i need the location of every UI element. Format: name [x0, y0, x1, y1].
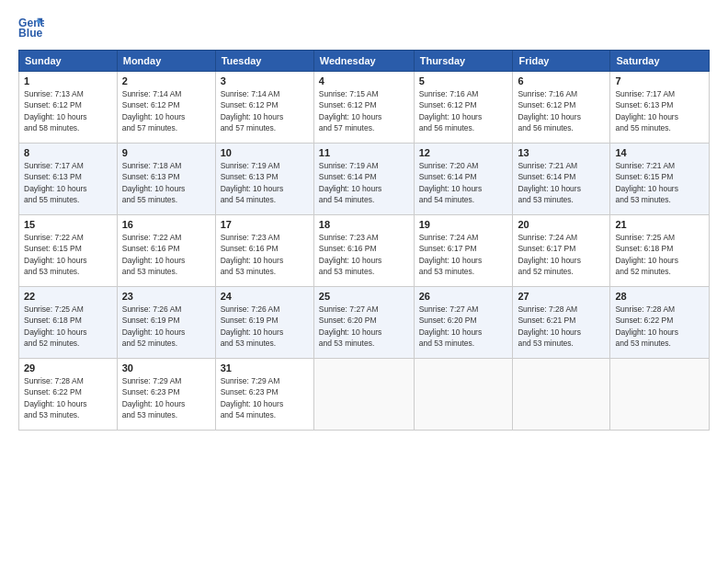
day-number: 19 [419, 219, 508, 230]
day-info: Sunrise: 7:28 AM Sunset: 6:22 PM Dayligh… [615, 304, 704, 349]
calendar-week-row: 15Sunrise: 7:22 AM Sunset: 6:15 PM Dayli… [19, 215, 710, 287]
calendar-week-row: 8Sunrise: 7:17 AM Sunset: 6:13 PM Daylig… [19, 144, 710, 215]
day-number: 9 [122, 147, 210, 158]
calendar-cell: 21Sunrise: 7:25 AM Sunset: 6:18 PM Dayli… [610, 215, 710, 287]
calendar-cell: 18Sunrise: 7:23 AM Sunset: 6:16 PM Dayli… [313, 215, 414, 287]
day-number: 24 [221, 291, 309, 302]
day-number: 22 [24, 291, 112, 302]
calendar-cell [313, 359, 414, 431]
day-number: 23 [122, 291, 210, 302]
day-number: 11 [319, 147, 409, 158]
col-header-tuesday: Tuesday [215, 51, 313, 72]
day-info: Sunrise: 7:13 AM Sunset: 6:12 PM Dayligh… [24, 88, 112, 133]
day-number: 10 [221, 147, 309, 158]
day-info: Sunrise: 7:19 AM Sunset: 6:13 PM Dayligh… [221, 160, 309, 205]
day-number: 2 [122, 75, 210, 86]
day-number: 1 [24, 75, 112, 86]
day-info: Sunrise: 7:26 AM Sunset: 6:19 PM Dayligh… [122, 304, 210, 349]
calendar-cell: 14Sunrise: 7:21 AM Sunset: 6:15 PM Dayli… [610, 144, 710, 215]
calendar-cell: 10Sunrise: 7:19 AM Sunset: 6:13 PM Dayli… [215, 144, 313, 215]
day-info: Sunrise: 7:17 AM Sunset: 6:13 PM Dayligh… [615, 88, 704, 133]
day-number: 8 [24, 147, 112, 158]
day-number: 14 [615, 147, 704, 158]
calendar-cell: 20Sunrise: 7:24 AM Sunset: 6:17 PM Dayli… [513, 215, 610, 287]
calendar-cell: 27Sunrise: 7:28 AM Sunset: 6:21 PM Dayli… [513, 287, 610, 359]
col-header-saturday: Saturday [610, 51, 710, 72]
day-info: Sunrise: 7:24 AM Sunset: 6:17 PM Dayligh… [518, 232, 605, 277]
day-number: 18 [319, 219, 409, 230]
day-info: Sunrise: 7:28 AM Sunset: 6:21 PM Dayligh… [518, 304, 605, 349]
calendar-cell: 13Sunrise: 7:21 AM Sunset: 6:14 PM Dayli… [513, 144, 610, 215]
svg-text:Blue: Blue [18, 27, 43, 40]
day-number: 15 [24, 219, 112, 230]
calendar-cell: 16Sunrise: 7:22 AM Sunset: 6:16 PM Dayli… [117, 215, 215, 287]
calendar-cell [414, 359, 513, 431]
day-info: Sunrise: 7:14 AM Sunset: 6:12 PM Dayligh… [122, 88, 210, 133]
day-info: Sunrise: 7:20 AM Sunset: 6:14 PM Dayligh… [419, 160, 508, 205]
day-number: 6 [518, 75, 605, 86]
day-info: Sunrise: 7:26 AM Sunset: 6:19 PM Dayligh… [221, 304, 309, 349]
logo: General Blue [18, 15, 50, 40]
calendar-week-row: 29Sunrise: 7:28 AM Sunset: 6:22 PM Dayli… [19, 359, 710, 431]
day-number: 20 [518, 219, 605, 230]
day-info: Sunrise: 7:25 AM Sunset: 6:18 PM Dayligh… [615, 232, 704, 277]
day-info: Sunrise: 7:16 AM Sunset: 6:12 PM Dayligh… [518, 88, 605, 133]
day-info: Sunrise: 7:16 AM Sunset: 6:12 PM Dayligh… [419, 88, 508, 133]
day-number: 5 [419, 75, 508, 86]
day-number: 12 [419, 147, 508, 158]
day-info: Sunrise: 7:18 AM Sunset: 6:13 PM Dayligh… [122, 160, 210, 205]
day-number: 27 [518, 291, 605, 302]
day-number: 25 [319, 291, 409, 302]
day-number: 21 [615, 219, 704, 230]
day-number: 26 [419, 291, 508, 302]
calendar-cell [513, 359, 610, 431]
day-info: Sunrise: 7:19 AM Sunset: 6:14 PM Dayligh… [319, 160, 409, 205]
calendar-cell: 9Sunrise: 7:18 AM Sunset: 6:13 PM Daylig… [117, 144, 215, 215]
logo-icon: General Blue [18, 15, 44, 40]
calendar-cell: 24Sunrise: 7:26 AM Sunset: 6:19 PM Dayli… [215, 287, 313, 359]
calendar-table: SundayMondayTuesdayWednesdayThursdayFrid… [18, 50, 710, 431]
day-number: 29 [24, 362, 112, 373]
day-info: Sunrise: 7:21 AM Sunset: 6:15 PM Dayligh… [615, 160, 704, 205]
day-info: Sunrise: 7:29 AM Sunset: 6:23 PM Dayligh… [221, 375, 309, 420]
calendar-cell: 5Sunrise: 7:16 AM Sunset: 6:12 PM Daylig… [414, 72, 513, 144]
day-info: Sunrise: 7:24 AM Sunset: 6:17 PM Dayligh… [419, 232, 508, 277]
day-info: Sunrise: 7:23 AM Sunset: 6:16 PM Dayligh… [319, 232, 409, 277]
calendar-cell: 8Sunrise: 7:17 AM Sunset: 6:13 PM Daylig… [19, 144, 118, 215]
calendar-cell: 15Sunrise: 7:22 AM Sunset: 6:15 PM Dayli… [19, 215, 118, 287]
day-info: Sunrise: 7:15 AM Sunset: 6:12 PM Dayligh… [319, 88, 409, 133]
calendar-cell: 12Sunrise: 7:20 AM Sunset: 6:14 PM Dayli… [414, 144, 513, 215]
page: General Blue SundayMondayTuesdayWednesda… [0, 0, 728, 563]
day-number: 28 [615, 291, 704, 302]
day-info: Sunrise: 7:22 AM Sunset: 6:15 PM Dayligh… [24, 232, 112, 277]
calendar-cell: 1Sunrise: 7:13 AM Sunset: 6:12 PM Daylig… [19, 72, 118, 144]
calendar-cell: 22Sunrise: 7:25 AM Sunset: 6:18 PM Dayli… [19, 287, 118, 359]
calendar-cell: 17Sunrise: 7:23 AM Sunset: 6:16 PM Dayli… [215, 215, 313, 287]
calendar-cell: 26Sunrise: 7:27 AM Sunset: 6:20 PM Dayli… [414, 287, 513, 359]
calendar-cell: 3Sunrise: 7:14 AM Sunset: 6:12 PM Daylig… [215, 72, 313, 144]
calendar-header-row: SundayMondayTuesdayWednesdayThursdayFrid… [19, 51, 710, 72]
day-info: Sunrise: 7:28 AM Sunset: 6:22 PM Dayligh… [24, 375, 112, 420]
calendar-cell: 25Sunrise: 7:27 AM Sunset: 6:20 PM Dayli… [313, 287, 414, 359]
day-info: Sunrise: 7:23 AM Sunset: 6:16 PM Dayligh… [221, 232, 309, 277]
col-header-wednesday: Wednesday [313, 51, 414, 72]
day-info: Sunrise: 7:21 AM Sunset: 6:14 PM Dayligh… [518, 160, 605, 205]
calendar-week-row: 22Sunrise: 7:25 AM Sunset: 6:18 PM Dayli… [19, 287, 710, 359]
day-info: Sunrise: 7:27 AM Sunset: 6:20 PM Dayligh… [419, 304, 508, 349]
day-info: Sunrise: 7:22 AM Sunset: 6:16 PM Dayligh… [122, 232, 210, 277]
col-header-friday: Friday [513, 51, 610, 72]
day-number: 16 [122, 219, 210, 230]
calendar-cell: 28Sunrise: 7:28 AM Sunset: 6:22 PM Dayli… [610, 287, 710, 359]
day-info: Sunrise: 7:25 AM Sunset: 6:18 PM Dayligh… [24, 304, 112, 349]
day-number: 31 [221, 362, 309, 373]
calendar-cell: 29Sunrise: 7:28 AM Sunset: 6:22 PM Dayli… [19, 359, 118, 431]
calendar-cell: 4Sunrise: 7:15 AM Sunset: 6:12 PM Daylig… [313, 72, 414, 144]
day-number: 3 [221, 75, 309, 86]
day-info: Sunrise: 7:27 AM Sunset: 6:20 PM Dayligh… [319, 304, 409, 349]
calendar-cell: 31Sunrise: 7:29 AM Sunset: 6:23 PM Dayli… [215, 359, 313, 431]
calendar-cell: 6Sunrise: 7:16 AM Sunset: 6:12 PM Daylig… [513, 72, 610, 144]
col-header-thursday: Thursday [414, 51, 513, 72]
calendar-cell: 30Sunrise: 7:29 AM Sunset: 6:23 PM Dayli… [117, 359, 215, 431]
calendar-cell: 7Sunrise: 7:17 AM Sunset: 6:13 PM Daylig… [610, 72, 710, 144]
header: General Blue [18, 15, 710, 40]
